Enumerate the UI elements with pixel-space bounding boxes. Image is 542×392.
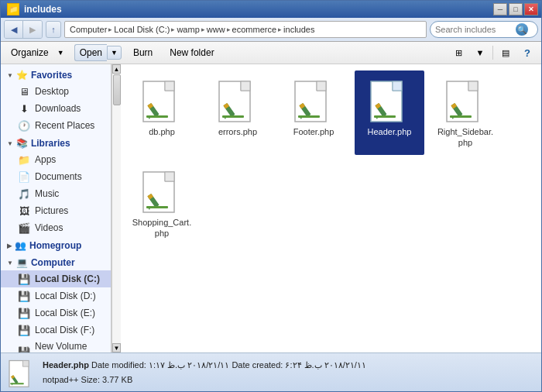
recent-places-label: Recent Places xyxy=(35,120,94,131)
music-label: Music xyxy=(35,188,59,199)
svg-rect-9 xyxy=(241,81,250,91)
sidebar-section-homegroup: ▶ 👥 Homegroup xyxy=(1,238,111,253)
search-button[interactable]: 🔍 xyxy=(516,23,528,36)
local-f-icon: 💾 xyxy=(18,324,30,336)
svg-rect-30 xyxy=(468,81,478,91)
sidebar-item-downloads[interactable]: ⬇ Downloads xyxy=(1,100,111,117)
local-c-icon: 💾 xyxy=(18,273,30,285)
svg-rect-41 xyxy=(146,206,168,208)
svg-rect-27 xyxy=(374,115,396,118)
close-button[interactable]: ✕ xyxy=(524,3,538,15)
sidebar-header-computer[interactable]: ▼ 💻 Computer xyxy=(1,255,111,270)
file-item-errors-php[interactable]: errors.php xyxy=(203,70,273,155)
help-button[interactable]: ? xyxy=(518,44,537,61)
sidebar-item-local-d[interactable]: 💾 Local Disk (D:) xyxy=(1,287,111,304)
path-wamp: wamp ▸ xyxy=(177,25,204,34)
computer-icon: 💻 xyxy=(16,257,28,268)
svg-rect-13 xyxy=(222,115,244,118)
up-button[interactable]: ↑ xyxy=(46,21,61,38)
homegroup-icon: 👥 xyxy=(15,240,26,251)
search-input[interactable] xyxy=(435,25,513,34)
sidebar-header-libraries[interactable]: ▼ 📚 Libraries xyxy=(1,136,111,151)
file-item-footer-php[interactable]: Footer.php xyxy=(279,70,348,155)
svg-rect-16 xyxy=(317,81,326,91)
svg-rect-48 xyxy=(10,383,24,384)
sidebar-item-apps[interactable]: 📁 Apps xyxy=(1,151,111,168)
nav-buttons: ◀ ▶ xyxy=(4,20,43,39)
window: 📁 includes ─ □ ✕ ◀ ▶ ↑ Computer ▸ Local … xyxy=(0,0,542,392)
file-item-db-php[interactable]: db.php xyxy=(127,70,197,155)
errors-php-icon xyxy=(216,77,259,126)
view-options-button[interactable]: ⊞ xyxy=(449,44,468,61)
scroll-up-button[interactable]: ▲ xyxy=(112,64,121,74)
downloads-label: Downloads xyxy=(35,103,81,114)
search-box: 🔍 xyxy=(430,21,538,38)
svg-rect-34 xyxy=(450,115,472,118)
organize-button[interactable]: Organize xyxy=(5,44,53,61)
minimize-button[interactable]: ─ xyxy=(493,3,507,15)
sidebar-item-local-c[interactable]: 💾 Local Disk (C:) xyxy=(1,270,111,287)
sidebar: ▼ ⭐ Favorites 🖥 Desktop ⬇ Downloads 🕐 xyxy=(1,64,111,352)
scroll-track xyxy=(112,74,121,343)
chevron-down-icon-computer: ▼ xyxy=(7,260,13,266)
address-path[interactable]: Computer ▸ Local Disk (C:) ▸ wamp ▸ www … xyxy=(64,21,427,38)
status-php-icon xyxy=(7,359,35,390)
maximize-button[interactable]: □ xyxy=(509,3,523,15)
file-name-shopping-cart-php: Shopping_Cart.php xyxy=(132,217,192,239)
desktop-label: Desktop xyxy=(35,86,69,97)
window-title: includes xyxy=(24,4,62,15)
recent-places-icon: 🕐 xyxy=(18,119,30,132)
address-bar: ◀ ▶ ↑ Computer ▸ Local Disk (C:) ▸ wamp … xyxy=(1,18,541,42)
favorites-icon: ⭐ xyxy=(16,70,28,81)
local-f-label: Local Disk (F:) xyxy=(35,325,94,335)
path-ecommerce: ecommerce ▸ xyxy=(232,25,282,34)
status-line1: Header.php Date modified: ٢٠١٨/٢١/١١ ب.ظ… xyxy=(43,358,366,373)
header-php-icon xyxy=(368,77,411,126)
open-arrow[interactable]: ▼ xyxy=(107,46,122,60)
organize-dropdown: Organize ▼ xyxy=(5,44,68,61)
sidebar-item-local-f[interactable]: 💾 Local Disk (F:) xyxy=(1,322,111,339)
forward-button[interactable]: ▶ xyxy=(23,21,42,38)
sidebar-item-new-volume-h[interactable]: 💾 New Volume (H:) xyxy=(1,339,111,352)
footer-php-icon xyxy=(292,77,335,126)
status-file-icon xyxy=(7,359,35,387)
sidebar-item-documents[interactable]: 📄 Documents xyxy=(1,168,111,185)
sidebar-item-desktop[interactable]: 🖥 Desktop xyxy=(1,83,111,100)
path-computer: Computer ▸ xyxy=(70,25,112,34)
status-date-created-label: Date created: xyxy=(232,360,285,370)
sidebar-item-local-e[interactable]: 💾 Local Disk (E:) xyxy=(1,304,111,322)
chevron-right-icon-homegroup: ▶ xyxy=(7,242,12,249)
scroll-thumb[interactable] xyxy=(113,74,121,105)
sidebar-item-pictures[interactable]: 🖼 Pictures xyxy=(1,202,111,219)
burn-button[interactable]: Burn xyxy=(128,44,158,61)
file-item-right-sidebar-php[interactable]: Right_Sidebar.php xyxy=(431,70,500,155)
sidebar-item-videos[interactable]: 🎬 Videos xyxy=(1,219,111,236)
chevron-down-icon: ▼ xyxy=(7,72,13,79)
organize-arrow[interactable]: ▼ xyxy=(53,46,68,60)
file-item-header-php[interactable]: Header.php xyxy=(355,70,424,155)
pictures-icon: 🖼 xyxy=(18,205,30,217)
apps-label: Apps xyxy=(35,154,56,165)
sidebar-item-recent-places[interactable]: 🕐 Recent Places xyxy=(1,117,111,134)
view-dropdown-button[interactable]: ▼ xyxy=(471,44,489,61)
sidebar-header-favorites[interactable]: ▼ ⭐ Favorites xyxy=(1,67,111,83)
status-date-created: ٢٠١٨/٢١/١١ ب.ظ ۶:٢۴ xyxy=(285,360,365,370)
sidebar-header-homegroup[interactable]: ▶ 👥 Homegroup xyxy=(1,238,111,253)
chevron-down-icon-libraries: ▼ xyxy=(7,140,13,147)
scroll-down-button[interactable]: ▼ xyxy=(112,343,121,352)
desktop-icon: 🖥 xyxy=(18,85,30,98)
file-name-footer-php: Footer.php xyxy=(293,126,334,137)
toolbar: Organize ▼ Open ▼ Burn New folder ⊞ ▼ ▤ … xyxy=(1,42,541,64)
new-folder-button[interactable]: New folder xyxy=(164,44,219,61)
pictures-label: Pictures xyxy=(35,205,68,216)
toolbar-separator xyxy=(492,46,493,60)
back-button[interactable]: ◀ xyxy=(5,21,23,38)
file-item-shopping-cart-php[interactable]: Shopping_Cart.php xyxy=(127,161,197,246)
local-d-label: Local Disk (D:) xyxy=(35,291,96,301)
sidebar-item-music[interactable]: 🎵 Music xyxy=(1,185,111,202)
libraries-label: Libraries xyxy=(31,138,70,149)
sidebar-scrollbar[interactable]: ▲ ▼ xyxy=(111,64,121,352)
file-name-right-sidebar-php: Right_Sidebar.php xyxy=(435,126,496,149)
open-button[interactable]: Open xyxy=(74,44,107,61)
preview-pane-button[interactable]: ▤ xyxy=(496,44,515,61)
